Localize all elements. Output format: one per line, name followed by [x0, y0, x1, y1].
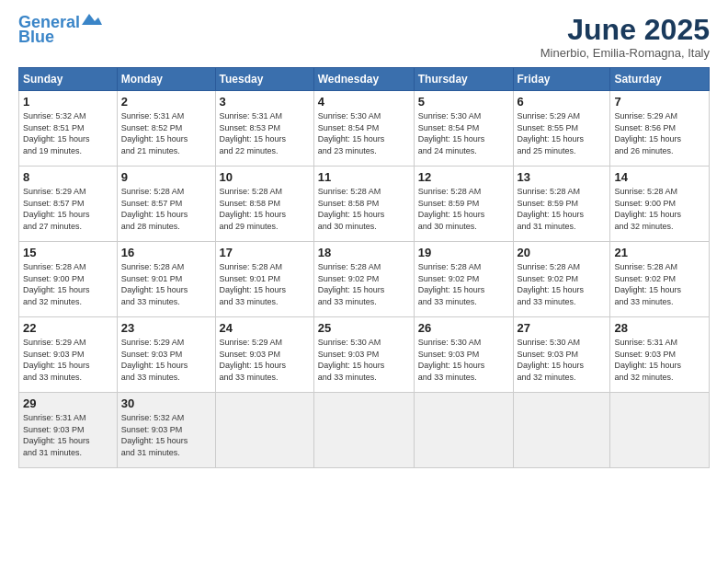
day-7: 7 Sunrise: 5:29 AMSunset: 8:56 PMDayligh… [610, 91, 710, 167]
empty-cell-4 [513, 393, 610, 468]
svg-marker-0 [82, 14, 102, 25]
day-num-23: 23 [121, 321, 211, 335]
week-row-5: 29 Sunrise: 5:31 AMSunset: 9:03 PMDaylig… [19, 393, 710, 468]
day-num-27: 27 [518, 321, 607, 335]
header-friday: Friday [513, 68, 610, 91]
day-info-17: Sunrise: 5:28 AMSunset: 9:01 PMDaylight:… [220, 261, 310, 307]
day-info-25: Sunrise: 5:30 AMSunset: 9:03 PMDaylight:… [318, 337, 410, 383]
day-num-18: 18 [318, 246, 410, 259]
day-info-27: Sunrise: 5:30 AMSunset: 9:03 PMDaylight:… [518, 337, 607, 383]
calendar-header-row: Sunday Monday Tuesday Wednesday Thursday… [19, 68, 710, 91]
day-info-18: Sunrise: 5:28 AMSunset: 9:02 PMDaylight:… [318, 261, 410, 307]
day-info-19: Sunrise: 5:28 AMSunset: 9:02 PMDaylight:… [418, 261, 509, 307]
day-21: 21 Sunrise: 5:28 AMSunset: 9:02 PMDaylig… [610, 242, 710, 317]
header-saturday: Saturday [610, 68, 710, 91]
day-num-13: 13 [518, 170, 607, 184]
day-num-5: 5 [418, 95, 509, 109]
day-num-2: 2 [121, 95, 211, 109]
day-info-10: Sunrise: 5:28 AMSunset: 8:58 PMDaylight:… [220, 186, 310, 232]
day-27: 27 Sunrise: 5:30 AMSunset: 9:03 PMDaylig… [513, 317, 610, 393]
day-info-29: Sunrise: 5:31 AMSunset: 9:03 PMDaylight:… [23, 412, 113, 458]
location: Minerbio, Emilia-Romagna, Italy [540, 46, 710, 60]
day-25: 25 Sunrise: 5:30 AMSunset: 9:03 PMDaylig… [313, 317, 414, 393]
empty-cell-5 [610, 393, 710, 468]
day-info-24: Sunrise: 5:29 AMSunset: 9:03 PMDaylight:… [220, 337, 310, 383]
day-15: 15 Sunrise: 5:28 AMSunset: 9:00 PMDaylig… [19, 242, 118, 317]
day-info-3: Sunrise: 5:31 AMSunset: 8:53 PMDaylight:… [220, 110, 310, 156]
day-info-16: Sunrise: 5:28 AMSunset: 9:01 PMDaylight:… [121, 261, 211, 307]
day-11: 11 Sunrise: 5:28 AMSunset: 8:58 PMDaylig… [313, 167, 414, 242]
day-9: 9 Sunrise: 5:28 AMSunset: 8:57 PMDayligh… [117, 167, 215, 242]
week-row-3: 15 Sunrise: 5:28 AMSunset: 9:00 PMDaylig… [19, 242, 710, 317]
day-5: 5 Sunrise: 5:30 AMSunset: 8:54 PMDayligh… [414, 91, 513, 167]
empty-cell-1 [215, 393, 313, 468]
day-num-25: 25 [318, 321, 410, 335]
day-23: 23 Sunrise: 5:29 AMSunset: 9:03 PMDaylig… [117, 317, 215, 393]
day-info-8: Sunrise: 5:29 AMSunset: 8:57 PMDaylight:… [23, 186, 113, 232]
day-info-23: Sunrise: 5:29 AMSunset: 9:03 PMDaylight:… [121, 337, 211, 383]
header: General Blue June 2025 Minerbio, Emilia-… [18, 14, 710, 60]
day-num-21: 21 [614, 246, 705, 259]
calendar-table: Sunday Monday Tuesday Wednesday Thursday… [18, 67, 710, 468]
logo: General Blue [18, 14, 102, 47]
day-29: 29 Sunrise: 5:31 AMSunset: 9:03 PMDaylig… [19, 393, 118, 468]
header-tuesday: Tuesday [215, 68, 313, 91]
page: General Blue June 2025 Minerbio, Emilia-… [0, 0, 728, 563]
day-info-4: Sunrise: 5:30 AMSunset: 8:54 PMDaylight:… [318, 110, 410, 156]
day-info-28: Sunrise: 5:31 AMSunset: 9:03 PMDaylight:… [614, 337, 705, 383]
day-22: 22 Sunrise: 5:29 AMSunset: 9:03 PMDaylig… [19, 317, 118, 393]
week-row-4: 22 Sunrise: 5:29 AMSunset: 9:03 PMDaylig… [19, 317, 710, 393]
day-num-26: 26 [418, 321, 509, 335]
day-num-8: 8 [23, 170, 113, 184]
day-info-22: Sunrise: 5:29 AMSunset: 9:03 PMDaylight:… [23, 337, 113, 383]
day-20: 20 Sunrise: 5:28 AMSunset: 9:02 PMDaylig… [513, 242, 610, 317]
day-info-21: Sunrise: 5:28 AMSunset: 9:02 PMDaylight:… [614, 261, 705, 307]
day-info-14: Sunrise: 5:28 AMSunset: 9:00 PMDaylight:… [614, 186, 705, 232]
day-info-6: Sunrise: 5:29 AMSunset: 8:55 PMDaylight:… [518, 110, 607, 156]
day-18: 18 Sunrise: 5:28 AMSunset: 9:02 PMDaylig… [313, 242, 414, 317]
day-info-11: Sunrise: 5:28 AMSunset: 8:58 PMDaylight:… [318, 186, 410, 232]
day-3: 3 Sunrise: 5:31 AMSunset: 8:53 PMDayligh… [215, 91, 313, 167]
day-info-12: Sunrise: 5:28 AMSunset: 8:59 PMDaylight:… [418, 186, 509, 232]
empty-cell-2 [313, 393, 414, 468]
day-28: 28 Sunrise: 5:31 AMSunset: 9:03 PMDaylig… [610, 317, 710, 393]
day-info-7: Sunrise: 5:29 AMSunset: 8:56 PMDaylight:… [614, 110, 705, 156]
day-info-2: Sunrise: 5:31 AMSunset: 8:52 PMDaylight:… [121, 110, 211, 156]
header-monday: Monday [117, 68, 215, 91]
day-num-9: 9 [121, 170, 211, 184]
week-row-1: 1 Sunrise: 5:32 AMSunset: 8:51 PMDayligh… [19, 91, 710, 167]
day-12: 12 Sunrise: 5:28 AMSunset: 8:59 PMDaylig… [414, 167, 513, 242]
day-num-19: 19 [418, 246, 509, 259]
day-num-3: 3 [220, 95, 310, 109]
day-8: 8 Sunrise: 5:29 AMSunset: 8:57 PMDayligh… [19, 167, 118, 242]
day-num-7: 7 [614, 95, 705, 109]
day-info-20: Sunrise: 5:28 AMSunset: 9:02 PMDaylight:… [518, 261, 607, 307]
day-num-16: 16 [121, 246, 211, 259]
day-num-12: 12 [418, 170, 509, 184]
day-24: 24 Sunrise: 5:29 AMSunset: 9:03 PMDaylig… [215, 317, 313, 393]
day-info-5: Sunrise: 5:30 AMSunset: 8:54 PMDaylight:… [418, 110, 509, 156]
day-num-17: 17 [220, 246, 310, 259]
title-area: June 2025 Minerbio, Emilia-Romagna, Ital… [540, 14, 710, 60]
header-sunday: Sunday [19, 68, 118, 91]
logo-blue: Blue [18, 29, 54, 47]
day-13: 13 Sunrise: 5:28 AMSunset: 8:59 PMDaylig… [513, 167, 610, 242]
day-num-20: 20 [518, 246, 607, 259]
day-num-29: 29 [23, 396, 113, 410]
day-4: 4 Sunrise: 5:30 AMSunset: 8:54 PMDayligh… [313, 91, 414, 167]
week-row-2: 8 Sunrise: 5:29 AMSunset: 8:57 PMDayligh… [19, 167, 710, 242]
day-num-24: 24 [220, 321, 310, 335]
month-title: June 2025 [540, 14, 710, 46]
day-19: 19 Sunrise: 5:28 AMSunset: 9:02 PMDaylig… [414, 242, 513, 317]
day-num-4: 4 [318, 95, 410, 109]
day-num-1: 1 [23, 95, 113, 109]
day-1: 1 Sunrise: 5:32 AMSunset: 8:51 PMDayligh… [19, 91, 118, 167]
day-info-30: Sunrise: 5:32 AMSunset: 9:03 PMDaylight:… [121, 412, 211, 458]
day-num-6: 6 [518, 95, 607, 109]
day-num-22: 22 [23, 321, 113, 335]
day-num-28: 28 [614, 321, 705, 335]
day-16: 16 Sunrise: 5:28 AMSunset: 9:01 PMDaylig… [117, 242, 215, 317]
day-info-1: Sunrise: 5:32 AMSunset: 8:51 PMDaylight:… [23, 110, 113, 156]
day-30: 30 Sunrise: 5:32 AMSunset: 9:03 PMDaylig… [117, 393, 215, 468]
day-6: 6 Sunrise: 5:29 AMSunset: 8:55 PMDayligh… [513, 91, 610, 167]
